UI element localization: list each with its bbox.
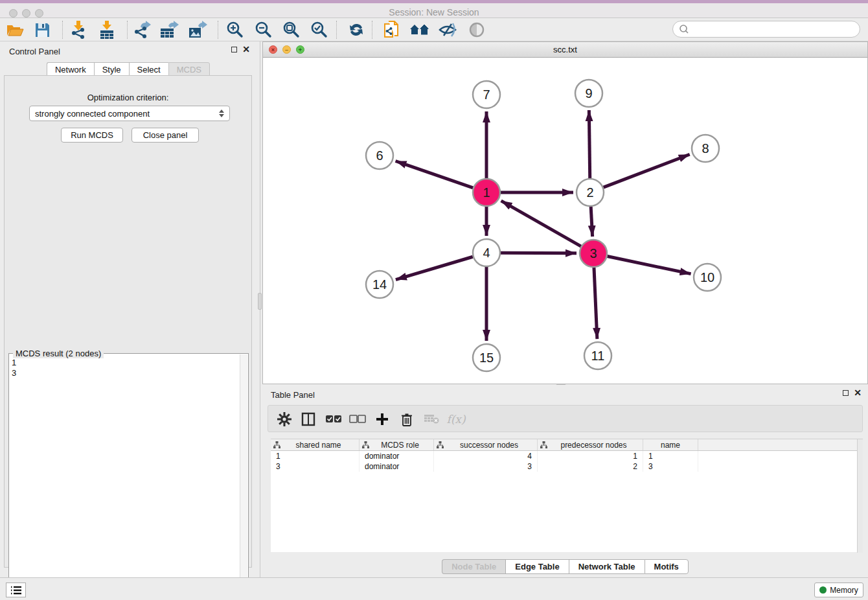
tab-network-table[interactable]: Network Table <box>569 559 645 574</box>
column-tree-icon <box>273 441 280 448</box>
search-box[interactable] <box>672 21 860 38</box>
graph-edge-1-6[interactable] <box>396 161 474 187</box>
graph-node-label-15: 15 <box>479 351 494 365</box>
mcds-result-box: MCDS result (2 nodes) 1 3 <box>8 353 249 599</box>
function-builder-icon[interactable]: f(x) <box>446 410 466 429</box>
column-header-shared-name[interactable]: shared name <box>271 439 360 450</box>
table-settings-gear-icon[interactable] <box>275 410 294 429</box>
manage-networks-icon[interactable] <box>409 20 431 40</box>
open-session-icon[interactable] <box>4 20 26 40</box>
column-tree-icon <box>362 441 369 448</box>
memory-button[interactable]: Memory <box>814 583 863 597</box>
graph-edge-3-11[interactable] <box>594 268 597 339</box>
app-titlebar: Session: New Session <box>0 0 868 18</box>
table-cell[interactable]: 4 <box>434 451 538 461</box>
table-tabs: Node Table Edge Table Network Table Moti… <box>262 559 868 574</box>
table-cell[interactable]: dominator <box>360 451 434 461</box>
network-window-titlebar[interactable]: × – + scc.txt <box>263 42 867 58</box>
network-window-title: scc.txt <box>263 45 867 54</box>
table-scrollbar[interactable] <box>857 439 863 553</box>
column-header-name[interactable]: name <box>643 439 698 450</box>
unselect-all-columns-icon[interactable] <box>348 410 367 429</box>
export-table-icon[interactable] <box>158 20 180 40</box>
import-table-icon[interactable] <box>96 20 118 40</box>
delete-table-icon[interactable] <box>422 410 441 429</box>
tab-motifs[interactable]: Motifs <box>645 559 689 574</box>
column-header-label: shared name <box>280 441 356 450</box>
column-header-label: predecessor nodes <box>547 441 640 450</box>
graph-node-label-7: 7 <box>483 87 490 102</box>
zoom-out-icon[interactable] <box>252 20 274 40</box>
save-session-icon[interactable] <box>31 20 53 40</box>
table-toolbar: f(x) <box>268 405 863 432</box>
control-panel-title: Control Panel <box>9 47 60 56</box>
graph-node-label-3: 3 <box>589 246 597 260</box>
show-graphics-details-icon[interactable] <box>437 20 459 40</box>
create-column-icon[interactable] <box>372 410 392 429</box>
graph-edge-2-3[interactable] <box>591 207 592 237</box>
table-cell[interactable]: 3 <box>434 461 538 472</box>
mcds-panel: Optimization criterion: strongly connect… <box>4 75 252 568</box>
tab-edge-table[interactable]: Edge Table <box>505 559 568 574</box>
toolbar-separator <box>218 21 218 39</box>
column-header-successor-nodes[interactable]: successor nodes <box>434 439 538 450</box>
criterion-dropdown[interactable]: strongly connected component <box>29 106 230 121</box>
control-panel: Control Panel ✕ Network Style Select MCD… <box>0 41 257 570</box>
apply-layout-icon[interactable] <box>345 20 367 40</box>
graph-edge-4-14[interactable] <box>396 257 473 279</box>
zoom-selected-icon[interactable] <box>308 20 330 40</box>
float-table-panel-icon[interactable] <box>843 390 849 396</box>
table-header-row: shared nameMCDS rolesuccessor nodesprede… <box>271 439 863 451</box>
column-header-predecessor-nodes[interactable]: predecessor nodes <box>538 439 643 450</box>
clone-network-icon[interactable] <box>380 20 402 40</box>
toolbar-separator <box>372 21 372 39</box>
toolbar-separator <box>336 21 337 39</box>
column-header-MCDS-role[interactable]: MCDS role <box>360 439 434 450</box>
table-row[interactable]: 1dominator411 <box>271 451 863 461</box>
float-panel-icon[interactable] <box>231 47 237 52</box>
mcds-result-text[interactable]: 1 3 <box>12 358 232 595</box>
graph-node-label-11: 11 <box>591 349 605 363</box>
column-header-label: MCDS role <box>369 441 431 450</box>
zoom-fit-icon[interactable] <box>280 20 302 40</box>
graph-edge-2-9[interactable] <box>589 110 589 178</box>
close-panel-button[interactable]: Close panel <box>131 128 199 143</box>
search-input[interactable] <box>692 23 860 36</box>
table-cell[interactable]: dominator <box>360 461 434 472</box>
mcds-result-title: MCDS result (2 nodes) <box>13 349 104 358</box>
graph-edge-3-10[interactable] <box>608 257 691 274</box>
tab-node-table[interactable]: Node Table <box>442 559 505 574</box>
memory-label: Memory <box>830 586 858 595</box>
column-header-label: successor nodes <box>444 441 534 450</box>
mcds-result-scrollbar[interactable] <box>240 354 247 598</box>
close-table-panel-icon[interactable]: ✕ <box>854 390 862 396</box>
graph-edge-4-3[interactable] <box>501 253 577 253</box>
table-row[interactable]: 3dominator323 <box>271 461 863 472</box>
splitter-handle[interactable] <box>258 293 262 310</box>
graph-node-label-9: 9 <box>585 86 592 100</box>
table-panel-title: Table Panel <box>271 390 315 400</box>
list-icon <box>10 586 22 595</box>
graph-edge-2-8[interactable] <box>604 154 690 187</box>
table-cell[interactable]: 1 <box>271 451 360 461</box>
table-cell[interactable]: 1 <box>643 451 698 461</box>
bird-eye-view-icon[interactable] <box>466 20 488 40</box>
network-canvas[interactable]: 7968124314101511 <box>263 58 867 384</box>
select-all-columns-icon[interactable] <box>324 410 343 429</box>
export-network-icon[interactable] <box>130 20 152 40</box>
table-cell[interactable]: 3 <box>643 461 698 472</box>
import-network-icon[interactable] <box>67 20 89 40</box>
close-panel-icon[interactable]: ✕ <box>242 47 250 52</box>
graph-edge-3-1[interactable] <box>501 201 581 246</box>
zoom-in-icon[interactable] <box>223 20 246 40</box>
run-mcds-button[interactable]: Run MCDS <box>61 128 123 143</box>
node-table: shared nameMCDS rolesuccessor nodesprede… <box>271 439 863 552</box>
delete-column-trash-icon[interactable] <box>397 410 417 429</box>
table-cell[interactable]: 3 <box>271 461 360 472</box>
table-cell[interactable]: 1 <box>538 451 643 461</box>
table-cell[interactable]: 2 <box>538 461 643 472</box>
graph-node-label-4: 4 <box>483 246 490 260</box>
task-history-button[interactable] <box>6 583 26 597</box>
export-image-icon[interactable] <box>187 20 209 40</box>
show-column-panel-icon[interactable] <box>299 410 318 429</box>
